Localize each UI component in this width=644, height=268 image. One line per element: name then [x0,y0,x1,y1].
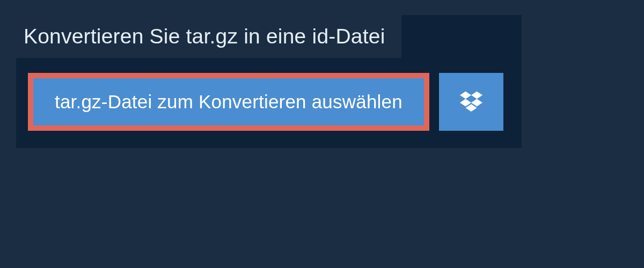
file-button-highlight: tar.gz-Datei zum Konvertieren auswählen [28,73,429,131]
page-title-text: Konvertieren Sie tar.gz in eine id-Datei [24,25,385,48]
file-picker-row: tar.gz-Datei zum Konvertieren auswählen [16,58,522,148]
converter-card: Konvertieren Sie tar.gz in eine id-Datei… [16,15,522,148]
choose-file-button-label: tar.gz-Datei zum Konvertieren auswählen [55,91,402,113]
choose-file-button[interactable]: tar.gz-Datei zum Konvertieren auswählen [33,78,424,125]
page-title: Konvertieren Sie tar.gz in eine id-Datei [16,15,401,58]
dropbox-button[interactable] [439,73,503,131]
dropbox-icon [460,90,482,114]
